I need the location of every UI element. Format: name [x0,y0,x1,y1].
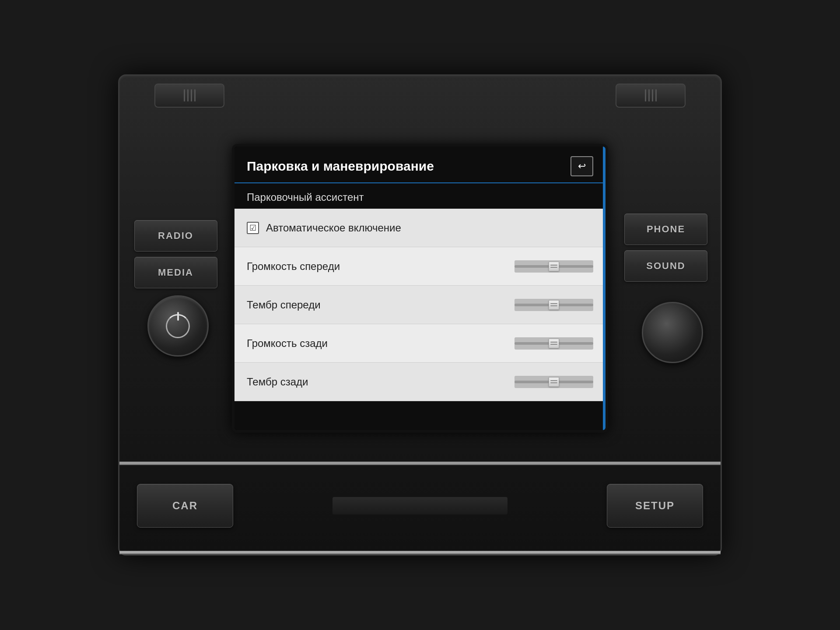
top-bar [119,76,721,115]
volume-front-label: Громкость спереди [247,260,340,273]
setup-button[interactable]: SETUP [607,484,703,528]
slider-thumb[interactable] [549,262,559,271]
screen-title: Парковка и маневрирование [247,159,434,174]
phone-button[interactable]: PHONE [624,214,707,245]
knob-line [655,89,657,102]
slider-line [550,265,557,266]
slider-thumb[interactable] [549,339,559,348]
slider-track [514,304,593,306]
slider-thumb-inner [549,378,559,386]
bottom-center-panel [332,497,508,514]
power-icon [166,314,190,338]
slider-line [550,303,557,304]
car-button[interactable]: CAR [137,484,233,528]
volume-rear-label: Громкость сзади [247,337,328,350]
knob-line [652,89,653,102]
slider-thumb-inner [549,339,559,348]
slider-line [550,382,557,383]
title-bar: Парковка и маневрирование ↩ [234,147,606,183]
right-buttons: PHONE SOUND [624,214,707,282]
knob-line [194,89,196,102]
chrome-strip-top [119,462,721,465]
checkbox-check-icon: ☑ [249,223,256,233]
top-left-knob[interactable] [154,84,224,108]
slider-thumb-inner [549,262,559,271]
scroll-bar[interactable] [603,147,606,430]
tone-rear-label: Тембр сзади [247,376,308,388]
knob-line [648,89,650,102]
tone-front-label: Тембр спереди [247,299,321,311]
head-unit: RADIO MEDIA Парковка и маневрирование ↩ [118,74,722,556]
top-right-knob[interactable] [616,84,686,108]
setting-row-volume-front[interactable]: Громкость спереди [234,247,606,286]
screen-wrapper: Парковка и маневрирование ↩ Парковочный … [232,144,608,433]
tone-front-slider[interactable] [514,299,593,311]
knob-line [191,89,192,102]
radio-button[interactable]: RADIO [134,220,217,252]
slider-line [550,305,557,306]
setting-row-volume-rear[interactable]: Громкость сзади [234,324,606,363]
screen: Парковка и маневрирование ↩ Парковочный … [234,147,606,430]
knob-line [645,89,646,102]
media-button[interactable]: MEDIA [134,257,217,288]
setting-row-tone-rear[interactable]: Тембр сзади [234,363,606,401]
volume-rear-slider[interactable] [514,337,593,350]
tone-rear-slider[interactable] [514,376,593,388]
slider-line [550,380,557,381]
section-label: Парковочный ассистент [234,183,606,209]
checkbox-auto-on[interactable]: ☑ [247,222,259,234]
main-row: RADIO MEDIA Парковка и маневрирование ↩ [119,115,721,462]
volume-front-slider[interactable] [514,260,593,273]
slider-track [514,342,593,345]
settings-list: ☑ Автоматическое включение Громкость спе… [234,209,606,430]
setting-row-left: ☑ Автоматическое включение [247,222,401,234]
chrome-strip-bottom [119,551,721,554]
slider-thumb-inner [549,301,559,309]
bottom-area: CAR SETUP [119,469,721,547]
setting-row-auto-on[interactable]: ☑ Автоматическое включение [234,209,606,247]
right-volume-knob[interactable] [642,302,703,363]
slider-thumb[interactable] [549,300,559,310]
auto-on-label: Автоматическое включение [266,222,401,234]
knob-line [184,89,185,102]
back-button[interactable]: ↩ [570,156,593,176]
back-arrow-icon: ↩ [578,161,586,172]
power-knob[interactable] [147,295,209,357]
setting-row-tone-front[interactable]: Тембр спереди [234,286,606,324]
sound-button[interactable]: SOUND [624,250,707,282]
knob-line [187,89,189,102]
slider-track [514,265,593,268]
slider-line [550,342,557,343]
left-buttons: RADIO MEDIA [134,220,222,288]
slider-thumb[interactable] [549,377,559,387]
screen-bezel: Парковка и маневрирование ↩ Парковочный … [232,144,608,433]
slider-line [550,267,557,268]
slider-track [514,381,593,383]
slider-line [550,344,557,345]
